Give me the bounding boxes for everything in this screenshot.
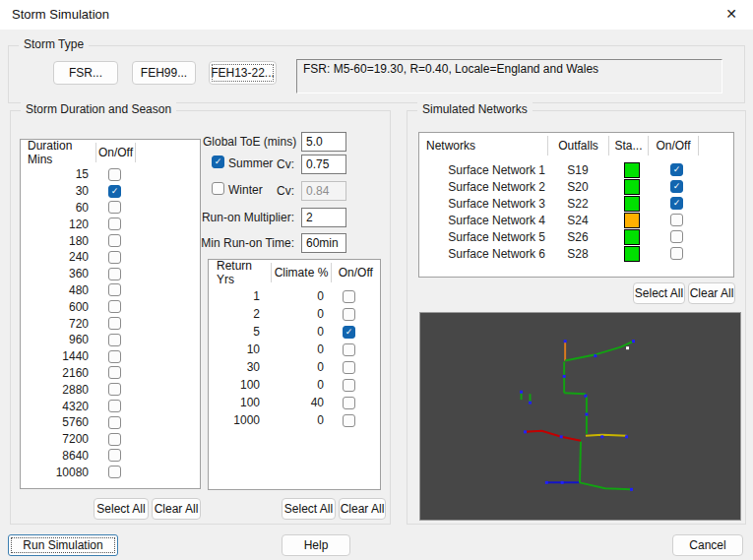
duration-checkbox-30[interactable]: ✓ [108,185,121,198]
return-checkbox-0[interactable] [343,290,355,303]
duration-clear-all-button[interactable]: Clear All [152,498,201,520]
return-checkbox-6[interactable] [343,397,355,409]
feh13-22-button[interactable]: FEH13-22... [209,61,277,85]
return-years-value: 2 [209,307,260,321]
summer-cv-input[interactable] [301,155,346,174]
network-row: Surface Network 1S19✓ [419,161,733,178]
return-select-all-button[interactable]: Select All [282,498,336,520]
duration-checkbox-960[interactable] [108,334,121,346]
outfall-name: S28 [545,247,610,261]
status-indicator [624,229,640,245]
duration-row: 240 [21,249,200,266]
duration-value: 600 [21,300,89,314]
window-title: Storm Simulation [12,7,109,22]
duration-checkbox-720[interactable] [108,317,121,330]
summer-cv-label: Cv: [269,157,294,171]
duration-row: 4320 [21,398,200,414]
duration-row: 600 [21,298,200,315]
duration-value: 7200 [21,432,89,446]
network-checkbox-4[interactable] [670,214,683,226]
return-checkbox-1[interactable] [343,308,355,321]
run-on-multiplier-input[interactable] [301,208,346,227]
winter-checkbox[interactable] [212,182,224,195]
duration-checkbox-240[interactable] [108,251,121,264]
summer-checkbox[interactable]: ✓ [212,156,224,168]
duration-value: 120 [21,218,89,231]
return-checkbox-3[interactable] [343,343,355,356]
return-checkbox-7[interactable] [343,414,355,427]
simulated-networks-group-label: Simulated Networks [417,102,533,116]
duration-checkbox-120[interactable] [108,218,121,230]
duration-checkbox-8640[interactable] [108,449,121,462]
duration-checkbox-60[interactable] [108,201,121,214]
return-checkbox-4[interactable] [343,361,355,374]
duration-checkbox-10080[interactable] [108,466,121,478]
duration-row: 2880 [21,381,200,398]
return-clear-all-button[interactable]: Clear All [339,498,386,520]
duration-checkbox-7200[interactable] [108,433,121,446]
winter-cv-label: Cv: [269,184,294,198]
outfall-name: S26 [545,230,610,244]
network-checkbox-3[interactable]: ✓ [670,197,683,210]
duration-checkbox-15[interactable] [108,168,121,181]
networks-table-header: Networks Outfalls Sta... On/Off [419,133,733,158]
duration-checkbox-4320[interactable] [108,400,121,412]
outfall-name: S24 [545,214,610,227]
climate-percent-value: 0 [260,342,324,356]
network-checkbox-6[interactable] [670,247,683,260]
duration-checkbox-2160[interactable] [108,366,121,379]
networks-onoff-header: On/Off [649,136,699,156]
min-run-on-time-input[interactable] [301,233,346,253]
network-checkbox-2[interactable]: ✓ [670,180,683,193]
duration-checkbox-180[interactable] [108,234,121,247]
network-checkbox-5[interactable] [670,230,683,243]
close-icon[interactable]: ✕ [725,6,737,22]
duration-checkbox-1440[interactable] [108,350,121,363]
return-row: 10040 [209,394,380,411]
climate-percent-value: 0 [260,307,324,321]
networks-clear-all-button[interactable]: Clear All [688,282,735,304]
feh99-button[interactable]: FEH99... [132,61,196,85]
duration-value: 15 [21,167,89,181]
simulated-networks-group: Simulated Networks Networks Outfalls Sta… [407,110,746,525]
return-years-value: 5 [209,325,260,339]
return-years-value: 10 [209,342,260,356]
duration-checkbox-480[interactable] [108,283,121,296]
return-row: 10000 [209,411,380,429]
cancel-button[interactable]: Cancel [672,534,743,556]
global-toe-input[interactable] [301,132,346,152]
min-run-on-time-label: Min Run-on Time: [193,236,294,250]
run-simulation-button[interactable]: Run Simulation [8,534,118,556]
networks-select-all-button[interactable]: Select All [633,282,685,304]
outfall-name: S22 [545,197,610,211]
network-rows: Surface Network 1S19✓Surface Network 2S2… [419,161,733,262]
network-checkbox-1[interactable]: ✓ [670,163,683,176]
duration-value: 5760 [21,415,89,429]
network-name: Surface Network 1 [419,163,545,177]
duration-checkbox-360[interactable] [108,268,121,280]
duration-value: 2160 [21,366,89,380]
return-checkbox-2[interactable]: ✓ [343,326,355,339]
return-checkbox-5[interactable] [343,379,355,392]
outfalls-header: Outfalls [548,136,609,156]
duration-checkbox-5760[interactable] [108,416,121,429]
return-row: 10 [209,287,380,305]
climate-percent-value: 0 [260,413,324,427]
status-indicator [624,179,640,195]
network-name: Surface Network 6 [419,247,545,261]
fsr-button[interactable]: FSR... [53,61,118,85]
network-name: Surface Network 2 [419,180,545,194]
duration-value: 720 [21,317,89,331]
duration-select-all-button[interactable]: Select All [94,498,149,520]
duration-checkbox-600[interactable] [108,300,121,313]
storm-summary-box: FSR: M5-60=19.30, R=0.40, Locale=England… [296,59,722,93]
duration-mins-header: Duration Mins [21,143,96,162]
storm-simulation-dialog: Storm Simulation ✕ Storm Type FSR... FEH… [0,0,753,560]
duration-checkbox-2880[interactable] [108,383,121,396]
network-row: Surface Network 5S26 [419,228,733,245]
storm-duration-group-label: Storm Duration and Season [21,102,176,116]
help-button[interactable]: Help [282,534,350,556]
duration-value: 8640 [21,449,89,463]
climate-percent-value: 0 [260,378,324,392]
duration-value: 30 [21,184,89,198]
